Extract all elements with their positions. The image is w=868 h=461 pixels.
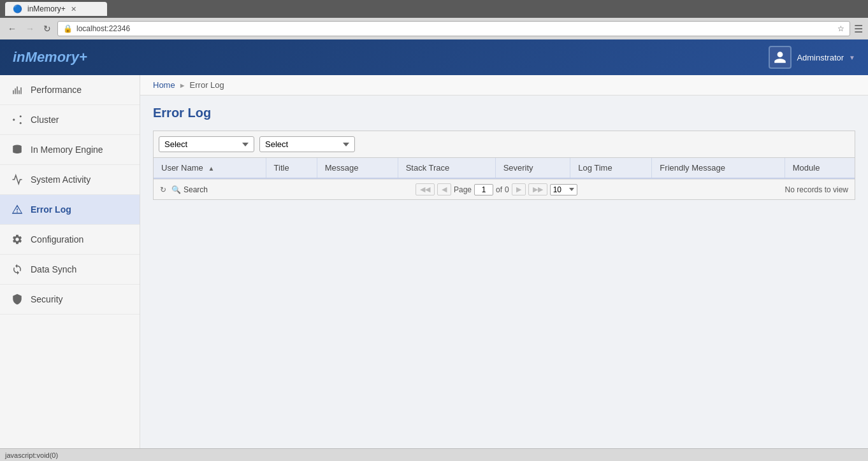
forward-button[interactable]: → bbox=[23, 22, 37, 35]
database-icon bbox=[10, 143, 24, 157]
column-label-log-time: Log Time bbox=[578, 163, 612, 173]
sidebar-item-data-synch[interactable]: Data Synch bbox=[0, 255, 140, 285]
column-header-stack-trace[interactable]: Stack Trace bbox=[398, 158, 495, 178]
app-header: inMemory+ Adminstrator ▼ bbox=[0, 39, 868, 75]
column-label-friendly-message: Friendly Message bbox=[660, 163, 725, 173]
pagination-center: ◀◀ ◀ Page of 0 ▶ ▶▶ 10 25 50 bbox=[416, 183, 577, 195]
avatar bbox=[769, 46, 792, 69]
gear-icon bbox=[10, 232, 24, 246]
column-label-message: Message bbox=[325, 163, 359, 173]
address-bar[interactable]: 🔒 localhost:22346 ☆ bbox=[57, 21, 850, 36]
lock-icon: 🔒 bbox=[63, 24, 73, 33]
browser-menu-button[interactable]: ☰ bbox=[854, 23, 863, 35]
search-area[interactable]: 🔍 Search bbox=[171, 185, 208, 194]
status-text: javascript:void(0) bbox=[5, 451, 58, 459]
svg-point-2 bbox=[20, 122, 22, 124]
user-area: Adminstrator ▼ bbox=[769, 46, 855, 69]
data-table-wrapper: User Name ▲ Title Message bbox=[153, 157, 855, 200]
logo-text: inMemory bbox=[13, 49, 79, 65]
shield-icon bbox=[10, 292, 24, 306]
column-header-friendly-message[interactable]: Friendly Message bbox=[652, 158, 785, 178]
column-header-user-name[interactable]: User Name ▲ bbox=[154, 158, 266, 178]
browser-toolbar: ← → ↻ 🔒 localhost:22346 ☆ ☰ bbox=[0, 18, 868, 39]
app-container: inMemory+ Adminstrator ▼ Performance bbox=[0, 39, 868, 461]
breadcrumb-current: Error Log bbox=[190, 80, 224, 90]
breadcrumb-home-link[interactable]: Home bbox=[153, 80, 175, 90]
user-dropdown-arrow[interactable]: ▼ bbox=[849, 54, 855, 61]
logo-plus: + bbox=[79, 49, 87, 65]
breadcrumb: Home ► Error Log bbox=[140, 75, 868, 96]
content-area: Home ► Error Log Error Log Select Select bbox=[140, 75, 868, 461]
refresh-icon[interactable]: ↻ bbox=[160, 185, 166, 194]
sort-icon-user-name: ▲ bbox=[208, 165, 214, 172]
browser-chrome: 🔵 inMemory+ ✕ ← → ↻ 🔒 localhost:22346 ☆ … bbox=[0, 0, 868, 39]
app-logo: inMemory+ bbox=[13, 49, 87, 66]
pagination-bar: ↻ 🔍 Search ◀◀ ◀ Page of 0 bbox=[154, 179, 855, 199]
bookmark-icon[interactable]: ☆ bbox=[837, 24, 844, 33]
breadcrumb-separator: ► bbox=[179, 82, 186, 89]
sidebar-item-system-activity[interactable]: System Activity bbox=[0, 165, 140, 195]
per-page-select[interactable]: 10 25 50 100 bbox=[550, 184, 577, 195]
activity-icon bbox=[10, 173, 24, 187]
of-label: of bbox=[496, 185, 502, 194]
sidebar-item-performance[interactable]: Performance bbox=[0, 75, 140, 105]
column-header-title[interactable]: Title bbox=[266, 158, 317, 178]
first-page-button[interactable]: ◀◀ bbox=[416, 183, 435, 195]
chart-icon bbox=[10, 83, 24, 97]
page-label: Page bbox=[454, 185, 472, 194]
tab-favicon: 🔵 bbox=[13, 4, 22, 13]
column-header-log-time[interactable]: Log Time bbox=[570, 158, 652, 178]
sidebar-label-error-log: Error Log bbox=[31, 204, 71, 215]
address-text: localhost:22346 bbox=[76, 24, 130, 33]
last-page-button[interactable]: ▶▶ bbox=[528, 183, 547, 195]
sync-icon bbox=[10, 262, 24, 276]
column-label-severity: Severity bbox=[503, 163, 533, 173]
column-label-title: Title bbox=[274, 163, 289, 173]
sidebar-label-in-memory-engine: In Memory Engine bbox=[31, 145, 103, 155]
sidebar-label-security: Security bbox=[31, 294, 63, 304]
table-header-row: User Name ▲ Title Message bbox=[154, 158, 855, 178]
prev-page-button[interactable]: ◀ bbox=[437, 183, 451, 195]
filter-select-1[interactable]: Select bbox=[159, 136, 254, 152]
tab-close-button[interactable]: ✕ bbox=[71, 5, 76, 13]
browser-tab[interactable]: 🔵 inMemory+ ✕ bbox=[5, 2, 107, 16]
sidebar-item-security[interactable]: Security bbox=[0, 285, 140, 315]
status-bar: javascript:void(0) bbox=[0, 448, 868, 461]
filter-bar: Select Select bbox=[153, 131, 855, 157]
search-label: Search bbox=[184, 185, 208, 194]
column-header-severity[interactable]: Severity bbox=[495, 158, 570, 178]
column-header-module[interactable]: Module bbox=[785, 158, 855, 178]
sidebar-label-cluster: Cluster bbox=[31, 115, 59, 125]
sidebar: Performance Cluster In Memory Engine bbox=[0, 75, 140, 461]
column-label-module: Module bbox=[793, 163, 820, 173]
column-label-user-name: User Name bbox=[161, 163, 203, 173]
nodes-icon bbox=[10, 113, 24, 127]
column-header-message[interactable]: Message bbox=[317, 158, 398, 178]
alert-icon bbox=[10, 202, 24, 216]
filter-select-2[interactable]: Select bbox=[259, 136, 355, 152]
pagination-right: No records to view bbox=[785, 185, 848, 194]
next-page-button[interactable]: ▶ bbox=[512, 183, 526, 195]
no-records-text: No records to view bbox=[785, 185, 848, 194]
page-number-input[interactable] bbox=[474, 184, 493, 195]
sidebar-label-performance: Performance bbox=[31, 85, 82, 95]
sidebar-item-configuration[interactable]: Configuration bbox=[0, 225, 140, 255]
table-header: User Name ▲ Title Message bbox=[154, 158, 855, 178]
browser-titlebar: 🔵 inMemory+ ✕ bbox=[0, 0, 868, 18]
sidebar-label-system-activity: System Activity bbox=[31, 174, 90, 185]
tab-title: inMemory+ bbox=[27, 4, 66, 13]
error-log-table: User Name ▲ Title Message bbox=[154, 158, 855, 179]
page-content: Error Log Select Select bbox=[140, 96, 868, 210]
page-title: Error Log bbox=[153, 106, 855, 120]
reload-button[interactable]: ↻ bbox=[41, 22, 54, 35]
column-label-stack-trace: Stack Trace bbox=[406, 163, 450, 173]
search-icon: 🔍 bbox=[171, 185, 181, 194]
total-pages: 0 bbox=[505, 185, 509, 194]
sidebar-item-cluster[interactable]: Cluster bbox=[0, 105, 140, 135]
svg-point-1 bbox=[20, 115, 22, 117]
sidebar-item-in-memory-engine[interactable]: In Memory Engine bbox=[0, 135, 140, 165]
sidebar-label-configuration: Configuration bbox=[31, 234, 83, 245]
sidebar-item-error-log[interactable]: Error Log bbox=[0, 195, 140, 225]
back-button[interactable]: ← bbox=[5, 22, 19, 35]
username-label: Adminstrator bbox=[797, 53, 844, 62]
